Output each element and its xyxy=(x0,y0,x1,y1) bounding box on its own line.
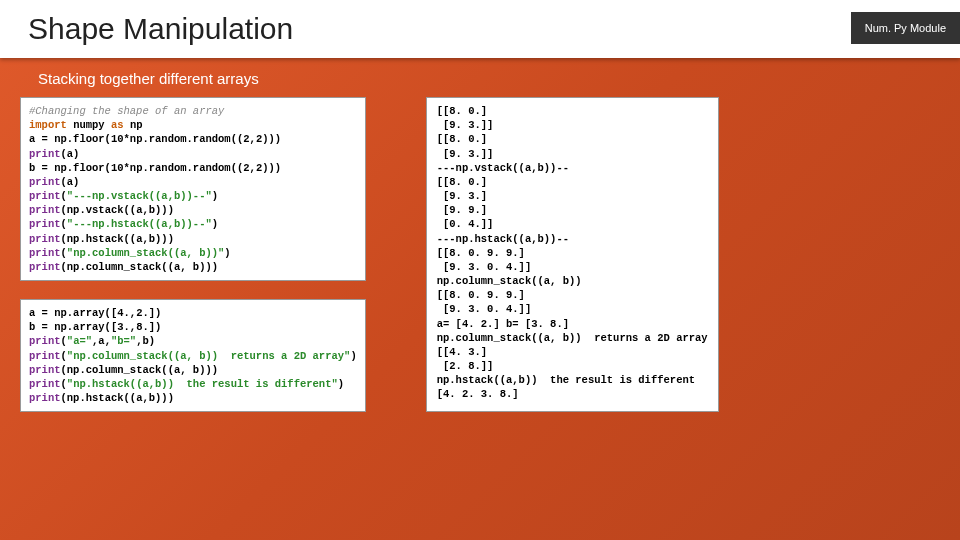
t: (np. xyxy=(61,204,86,216)
t: b = np. xyxy=(29,321,73,333)
t: hstack((a,b))) xyxy=(86,392,174,404)
out: [[8. 0.] xyxy=(437,105,487,117)
out: np.column_stack((a, b)) xyxy=(437,275,582,287)
bi: print xyxy=(29,335,61,347)
out: [[8. 0.] xyxy=(437,176,487,188)
t: 10 xyxy=(111,162,124,174)
str: "np.column_stack((a, b))" xyxy=(67,247,225,259)
str: "b=" xyxy=(111,335,136,347)
kw: import xyxy=(29,119,67,131)
str: "np.column_stack((a, b)) returns a 2D ar… xyxy=(67,350,351,362)
t: column_stack((a, b))) xyxy=(86,261,218,273)
t: (np. xyxy=(61,233,86,245)
t: array([ xyxy=(73,307,117,319)
t: floor( xyxy=(73,162,111,174)
bi: print xyxy=(29,392,61,404)
out: a= [4. 2.] b= [3. 8.] xyxy=(437,318,569,330)
bi: print xyxy=(29,261,61,273)
t: 3. xyxy=(117,321,130,333)
bi: print xyxy=(29,233,61,245)
subtitle: Stacking together different arrays xyxy=(0,58,960,97)
t: b = np. xyxy=(29,162,73,174)
output-block: [[8. 0.] [9. 3.]] [[8. 0.] [9. 3.]] ---n… xyxy=(426,97,719,412)
out: [9. 3. 0. 4.]] xyxy=(437,261,532,273)
t: 8. xyxy=(136,321,149,333)
t: 10 xyxy=(111,133,124,145)
t: (a) xyxy=(61,148,80,160)
bi: print xyxy=(29,247,61,259)
t: (np. xyxy=(61,364,86,376)
mod: numpy xyxy=(73,119,105,131)
t: vstack((a,b))) xyxy=(86,204,174,216)
t: ))) xyxy=(262,162,281,174)
t: a = np. xyxy=(29,307,73,319)
bi: print xyxy=(29,190,61,202)
out: np.hstack((a,b)) the result is different xyxy=(437,374,695,386)
mod: np xyxy=(130,119,143,131)
t: floor( xyxy=(73,133,111,145)
out: [4. 2. 3. 8.] xyxy=(437,388,519,400)
t: ) xyxy=(224,247,230,259)
bi: print xyxy=(29,218,61,230)
out: [9. 3. 0. 4.]] xyxy=(437,303,532,315)
t: *np. xyxy=(124,162,149,174)
out: ---np.vstack((a,b))-- xyxy=(437,162,569,174)
code-comment: #Changing the shape of an array xyxy=(29,105,224,117)
t: ) xyxy=(212,218,218,230)
header-bar: Shape Manipulation Num. Py Module xyxy=(0,0,960,58)
bi: print xyxy=(29,204,61,216)
t: 4. xyxy=(117,307,130,319)
t: (np. xyxy=(61,261,86,273)
out: [9. 3.]] xyxy=(437,119,494,131)
t: (a) xyxy=(61,176,80,188)
out: [9. 3.] xyxy=(437,190,487,202)
bi: print xyxy=(29,148,61,160)
t: ,b) xyxy=(136,335,155,347)
t: ) xyxy=(350,350,356,362)
kw: as xyxy=(111,119,124,131)
t: hstack((a,b))) xyxy=(86,233,174,245)
out: [0. 4.]] xyxy=(437,218,494,230)
out: [[8. 0.] xyxy=(437,133,487,145)
out: [9. 3.]] xyxy=(437,148,494,160)
str: "---np.hstack((a,b))--" xyxy=(67,218,212,230)
str: "a=" xyxy=(67,335,92,347)
t: ) xyxy=(212,190,218,202)
out: [[8. 0. 9. 9.] xyxy=(437,247,525,259)
bi: print xyxy=(29,378,61,390)
t: a = np. xyxy=(29,133,73,145)
out: np.column_stack((a, b)) returns a 2D arr… xyxy=(437,332,708,344)
bi: print xyxy=(29,350,61,362)
content-area: #Changing the shape of an array import n… xyxy=(0,97,960,412)
t: *np. xyxy=(124,133,149,145)
code-column: #Changing the shape of an array import n… xyxy=(20,97,366,412)
bi: print xyxy=(29,176,61,188)
t: column_stack((a, b))) xyxy=(86,364,218,376)
t: ) xyxy=(338,378,344,390)
code-block-2: a = np.array([4.,2.]) b = np.array([3.,8… xyxy=(20,299,366,412)
out: [9. 9.] xyxy=(437,204,487,216)
bi: print xyxy=(29,364,61,376)
t: random.random(( xyxy=(149,162,244,174)
out: [[4. 3.] xyxy=(437,346,487,358)
out: ---np.hstack((a,b))-- xyxy=(437,233,569,245)
t: ]) xyxy=(149,321,162,333)
t: array([ xyxy=(73,321,117,333)
t: (np. xyxy=(61,392,86,404)
str: "np.hstack((a,b)) the result is differen… xyxy=(67,378,338,390)
t: random.random(( xyxy=(149,133,244,145)
module-badge: Num. Py Module xyxy=(851,12,960,44)
t: 2. xyxy=(136,307,149,319)
t: ,a, xyxy=(92,335,111,347)
page-title: Shape Manipulation xyxy=(28,12,293,46)
str: "---np.vstack((a,b))--" xyxy=(67,190,212,202)
t: ))) xyxy=(262,133,281,145)
out: [[8. 0. 9. 9.] xyxy=(437,289,525,301)
code-block-1: #Changing the shape of an array import n… xyxy=(20,97,366,281)
t: ]) xyxy=(149,307,162,319)
out: [2. 8.]] xyxy=(437,360,494,372)
